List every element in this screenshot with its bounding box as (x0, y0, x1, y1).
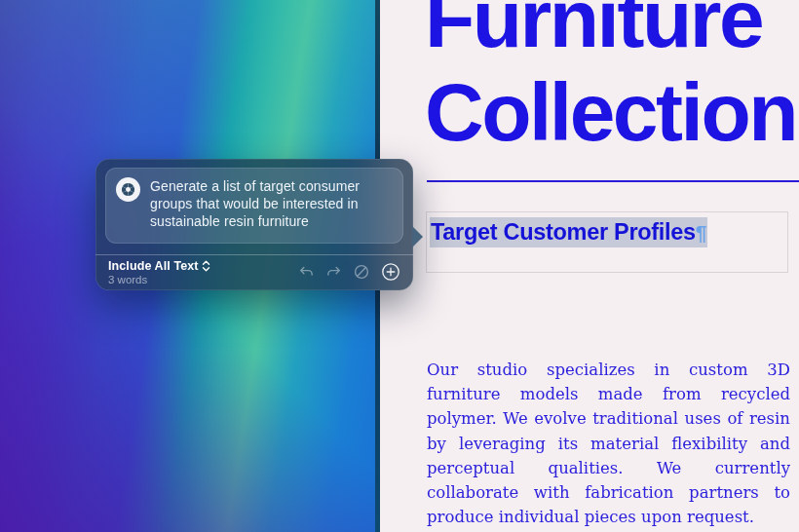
pilcrow-mark: ¶ (696, 221, 706, 244)
prompt-text: Generate a list of target consumer group… (150, 177, 393, 230)
popup-toolbar: Include All Text 3 words (95, 254, 413, 290)
document-title: Furniture Collection (425, 0, 799, 159)
include-all-text-label: Include All Text (108, 259, 199, 273)
popup-tail-pointer (412, 226, 423, 247)
retry-button[interactable] (353, 263, 370, 281)
chevron-up-down-icon (202, 260, 210, 272)
plus-circle-icon (381, 262, 400, 282)
word-count: 3 words (108, 274, 210, 285)
retry-icon (353, 263, 370, 281)
ai-assistant-popup: Generate a list of target consumer group… (95, 159, 413, 290)
document-page[interactable]: Furniture Collection Target Customer Pro… (380, 0, 799, 532)
undo-button[interactable] (298, 264, 315, 281)
redo-button[interactable] (325, 264, 342, 281)
undo-icon (298, 264, 315, 281)
screen: Furniture Collection Target Customer Pro… (0, 0, 799, 532)
openai-logo-icon (116, 177, 140, 202)
title-divider-line (427, 180, 799, 182)
section-heading-text[interactable]: Target Customer Profiles (431, 219, 696, 245)
prompt-bubble: Generate a list of target consumer group… (105, 168, 403, 244)
include-all-text-selector[interactable]: Include All Text (108, 259, 210, 273)
body-paragraph[interactable]: Our studio specializes in custom 3D furn… (427, 358, 790, 529)
redo-icon (325, 264, 342, 281)
section-heading-textbox[interactable]: Target Customer Profiles¶ (426, 211, 788, 273)
add-button[interactable] (381, 262, 400, 282)
